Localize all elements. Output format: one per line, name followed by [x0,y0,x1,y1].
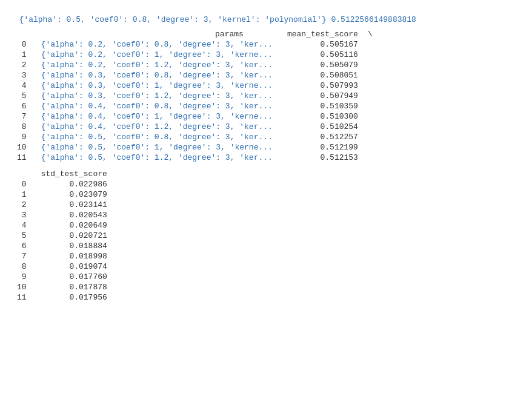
std-table-row: 3 0.020543 [10,210,115,220]
row-pad [365,111,380,122]
row-idx: 11 [10,153,34,163]
row-mean-score: 0.507949 [280,91,365,101]
col-header-mean: mean_test_score [280,29,365,39]
std-table-row: 1 0.023079 [10,189,115,200]
row-mean-score: 0.508051 [280,70,365,80]
row-params: {'alpha': 0.2, 'coef0': 1.2, 'degree': 3… [34,60,280,70]
row-params: {'alpha': 0.3, 'coef0': 1, 'degree': 3, … [34,80,280,91]
std-row-idx: 11 [10,292,34,303]
header-line: {'alpha': 0.5, 'coef0': 0.8, 'degree': 3… [10,6,522,24]
col-header-idx [10,29,34,39]
std-row-score: 0.023141 [34,200,115,210]
std-table-row: 2 0.023141 [10,200,115,210]
col-header-continuation: \ [365,29,380,39]
row-mean-score: 0.510254 [280,122,365,132]
row-idx: 8 [10,122,34,132]
row-pad [365,70,380,80]
row-mean-score: 0.505116 [280,50,365,60]
row-mean-score: 0.505167 [280,39,365,50]
table-row: 9 {'alpha': 0.5, 'coef0': 0.8, 'degree':… [10,132,380,142]
row-idx: 0 [10,39,34,50]
table-row: 2 {'alpha': 0.2, 'coef0': 1.2, 'degree':… [10,60,380,70]
std-table-row: 7 0.018998 [10,251,115,261]
row-idx: 3 [10,70,34,80]
row-pad [365,122,380,132]
std-table-row: 4 0.020649 [10,220,115,231]
row-mean-score: 0.505079 [280,60,365,70]
std-row-idx: 5 [10,231,34,241]
table-row: 10 {'alpha': 0.5, 'coef0': 1, 'degree': … [10,142,380,153]
std-table-row: 11 0.017956 [10,292,115,303]
std-row-idx: 6 [10,241,34,251]
row-pad [365,60,380,70]
row-idx: 1 [10,50,34,60]
best-params-text: {'alpha': 0.5, 'coef0': 0.8, 'degree': 3… [19,15,416,24]
std-table-row: 10 0.017878 [10,282,115,292]
std-row-idx: 7 [10,251,34,261]
std-row-score: 0.020649 [34,220,115,231]
row-pad [365,142,380,153]
row-pad [365,50,380,60]
row-mean-score: 0.512199 [280,142,365,153]
row-pad [365,132,380,142]
std-row-score: 0.017878 [34,282,115,292]
std-row-score: 0.018998 [34,251,115,261]
std-table-row: 5 0.020721 [10,231,115,241]
row-idx: 6 [10,101,34,111]
row-idx: 2 [10,60,34,70]
results-table-container: params mean_test_score \ 0 {'alpha': 0.2… [10,29,522,303]
col-header-std: std_test_score [34,169,115,179]
row-pad [365,80,380,91]
row-params: {'alpha': 0.2, 'coef0': 1, 'degree': 3, … [34,50,280,60]
std-row-idx: 1 [10,189,34,200]
std-row-idx: 2 [10,200,34,210]
row-pad [365,91,380,101]
std-row-idx: 9 [10,272,34,282]
std-row-score: 0.017760 [34,272,115,282]
row-pad [365,39,380,50]
std-row-idx: 3 [10,210,34,220]
table-row: 8 {'alpha': 0.4, 'coef0': 1.2, 'degree':… [10,122,380,132]
std-row-score: 0.018884 [34,241,115,251]
std-row-idx: 8 [10,261,34,272]
row-pad [365,101,380,111]
row-params: {'alpha': 0.4, 'coef0': 1.2, 'degree': 3… [34,122,280,132]
table-row: 11 {'alpha': 0.5, 'coef0': 1.2, 'degree'… [10,153,380,163]
row-params: {'alpha': 0.5, 'coef0': 0.8, 'degree': 3… [34,132,280,142]
std-row-idx: 10 [10,282,34,292]
row-mean-score: 0.510300 [280,111,365,122]
std-row-score: 0.017956 [34,292,115,303]
row-params: {'alpha': 0.4, 'coef0': 0.8, 'degree': 3… [34,101,280,111]
row-idx: 5 [10,91,34,101]
std-row-idx: 4 [10,220,34,231]
row-idx: 10 [10,142,34,153]
row-mean-score: 0.512153 [280,153,365,163]
row-params: {'alpha': 0.4, 'coef0': 1, 'degree': 3, … [34,111,280,122]
table-row: 6 {'alpha': 0.4, 'coef0': 0.8, 'degree':… [10,101,380,111]
main-results-table: params mean_test_score \ 0 {'alpha': 0.2… [10,29,380,163]
row-idx: 4 [10,80,34,91]
table-row: 0 {'alpha': 0.2, 'coef0': 0.8, 'degree':… [10,39,380,50]
std-table-row: 9 0.017760 [10,272,115,282]
table-row: 1 {'alpha': 0.2, 'coef0': 1, 'degree': 3… [10,50,380,60]
row-params: {'alpha': 0.5, 'coef0': 1, 'degree': 3, … [34,142,280,153]
row-idx: 9 [10,132,34,142]
std-row-score: 0.023079 [34,189,115,200]
row-params: {'alpha': 0.2, 'coef0': 0.8, 'degree': 3… [34,39,280,50]
table-row: 4 {'alpha': 0.3, 'coef0': 1, 'degree': 3… [10,80,380,91]
col-header-params: params [34,29,280,39]
std-table-row: 8 0.019074 [10,261,115,272]
row-params: {'alpha': 0.5, 'coef0': 1.2, 'degree': 3… [34,153,280,163]
std-row-score: 0.019074 [34,261,115,272]
table-row: 7 {'alpha': 0.4, 'coef0': 1, 'degree': 3… [10,111,380,122]
row-idx: 7 [10,111,34,122]
std-table-row: 6 0.018884 [10,241,115,251]
row-pad [365,153,380,163]
row-params: {'alpha': 0.3, 'coef0': 1.2, 'degree': 3… [34,91,280,101]
std-results-table: std_test_score 0 0.022986 1 0.023079 2 0… [10,169,115,303]
std-row-score: 0.022986 [34,179,115,189]
std-table-row: 0 0.022986 [10,179,115,189]
table-row: 3 {'alpha': 0.3, 'coef0': 0.8, 'degree':… [10,70,380,80]
table-row: 5 {'alpha': 0.3, 'coef0': 1.2, 'degree':… [10,91,380,101]
std-row-score: 0.020543 [34,210,115,220]
